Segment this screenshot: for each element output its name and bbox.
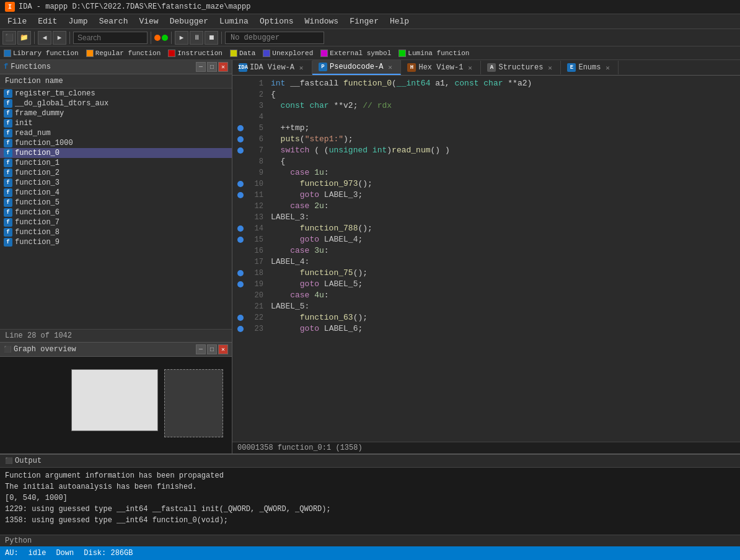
menu-item-jump[interactable]: Jump [63, 15, 92, 27]
line-number: 8 [246, 156, 263, 167]
breakpoint-dot[interactable] [237, 326, 244, 332]
func-item-function_7[interactable]: ffunction_7 [0, 217, 232, 227]
func-item-function_2[interactable]: ffunction_2 [0, 168, 232, 178]
breakpoint-dot[interactable] [237, 315, 244, 321]
func-item-__do_global_dtors_aux[interactable]: f__do_global_dtors_aux [0, 98, 232, 108]
status-idle: idle [29, 549, 46, 558]
function-list-header: Function name [0, 74, 232, 89]
breakpoint-dot[interactable] [237, 270, 244, 276]
code-line-3: 3 const char **v2; // rdx [232, 100, 740, 112]
breakpoint-dot[interactable] [237, 136, 244, 142]
line-number: 14 [246, 223, 263, 234]
menu-item-debugger[interactable]: Debugger [165, 15, 213, 27]
tab-close-pseudocode[interactable]: ✕ [385, 63, 394, 71]
no-breakpoint [237, 292, 244, 299]
graph-icon: ⬛ [4, 346, 11, 353]
tab-close-structures[interactable]: ✕ [545, 63, 554, 72]
func-label: function_2 [15, 168, 59, 177]
func-item-init[interactable]: finit [0, 118, 232, 128]
func-item-function_0[interactable]: ffunction_0 [0, 148, 232, 158]
app-icon: I [5, 2, 15, 12]
menu-bar: FileEditJumpSearchViewDebuggerLuminaOpti… [0, 14, 740, 29]
legend-instruction: Instruction [168, 50, 222, 57]
menu-item-edit[interactable]: Edit [33, 15, 62, 27]
panel-restore-btn[interactable]: □ [207, 62, 217, 72]
stop-btn[interactable]: ⏹ [205, 31, 218, 45]
debugger-selector[interactable]: No debugger [225, 32, 324, 44]
panel-header-buttons: ─ □ ✕ [196, 62, 228, 72]
func-label: function_7 [15, 218, 59, 227]
graph-close-btn[interactable]: ✕ [218, 344, 228, 354]
func-label: frame_dummy [15, 109, 64, 118]
menu-item-search[interactable]: Search [94, 15, 133, 27]
menu-item-options[interactable]: Options [255, 15, 299, 27]
func-label: __do_global_dtors_aux [15, 99, 108, 108]
legend-library-box [4, 50, 11, 57]
breakpoint-dot[interactable] [237, 225, 244, 232]
output-line: 1358: using guessed type __int64 functio… [5, 515, 735, 526]
graph-title: Graph overview [14, 345, 76, 354]
search-input[interactable] [73, 32, 148, 44]
breakpoint-dot[interactable] [237, 281, 244, 287]
func-item-function_5[interactable]: ffunction_5 [0, 198, 232, 208]
function-list[interactable]: fregister_tm_clonesf__do_global_dtors_au… [0, 89, 232, 329]
menu-item-file[interactable]: File [2, 15, 32, 27]
panel-close-btn[interactable]: ✕ [218, 62, 228, 72]
func-item-function_8[interactable]: ffunction_8 [0, 227, 232, 237]
tab-ida-view[interactable]: IDAIDA View-A✕ [232, 61, 312, 74]
graph-minimize-btn[interactable]: ─ [196, 344, 206, 354]
code-line-16: 16 case 3u: [232, 245, 740, 256]
tab-structures[interactable]: AStructures✕ [481, 61, 561, 74]
func-item-read_num[interactable]: fread_num [0, 128, 232, 138]
tab-close-enums[interactable]: ✕ [603, 63, 612, 72]
toolbar-fwd-btn[interactable]: ▶ [53, 31, 66, 45]
breakpoint-dot[interactable] [237, 237, 244, 243]
menu-item-lumina[interactable]: Lumina [214, 15, 253, 27]
tab-icon-pseudocode: P [319, 63, 327, 71]
tab-icon-ida-view: IDA [239, 63, 247, 72]
graph-restore-btn[interactable]: □ [207, 344, 217, 354]
code-content: case 3u: [271, 245, 329, 256]
line-number: 5 [246, 123, 263, 134]
func-item-function_1000[interactable]: ffunction_1000 [0, 138, 232, 148]
legend-lumina: Lumina function [399, 50, 469, 57]
tab-close-hex-view[interactable]: ✕ [465, 63, 474, 72]
graph-block-secondary [164, 369, 223, 437]
toolbar-new-btn[interactable]: ⬛ [2, 31, 16, 45]
breakpoint-dot[interactable] [237, 125, 244, 131]
code-line-4: 4 [232, 112, 740, 123]
breakpoint-dot[interactable] [237, 192, 244, 198]
code-content: switch ( (unsigned int)read_num() ) [271, 145, 450, 156]
func-item-function_4[interactable]: ffunction_4 [0, 188, 232, 198]
menu-item-windows[interactable]: Windows [300, 15, 344, 27]
tab-hex-view[interactable]: HHex View-1✕ [401, 61, 481, 74]
menu-item-view[interactable]: View [134, 15, 163, 27]
code-area[interactable]: 1int __fastcall function_0(__int64 a1, c… [232, 76, 740, 442]
line-number: 3 [246, 100, 263, 112]
func-item-register_tm_clones[interactable]: fregister_tm_clones [0, 89, 232, 98]
status-disk: Disk: 286GB [84, 549, 133, 558]
left-panel: f Functions ─ □ ✕ Function name fregiste… [0, 60, 232, 453]
toolbar-back-btn[interactable]: ◀ [38, 31, 51, 45]
breakpoint-dot[interactable] [237, 181, 244, 187]
tab-enums[interactable]: EEnums✕ [561, 61, 619, 74]
breakpoint-dot[interactable] [237, 147, 244, 154]
tab-close-ida-view[interactable]: ✕ [297, 63, 306, 72]
toolbar-open-btn[interactable]: 📁 [17, 31, 31, 45]
func-item-frame_dummy[interactable]: fframe_dummy [0, 108, 232, 118]
panel-minimize-btn[interactable]: ─ [196, 62, 206, 72]
func-item-function_3[interactable]: ffunction_3 [0, 178, 232, 188]
graph-canvas [0, 357, 232, 453]
func-item-function_1[interactable]: ffunction_1 [0, 158, 232, 168]
toolbar-sep-2 [69, 32, 70, 44]
run-btn[interactable]: ▶ [175, 31, 188, 45]
menu-item-finger[interactable]: Finger [345, 15, 384, 27]
func-item-function_9[interactable]: ffunction_9 [0, 237, 232, 247]
func-icon: f [4, 218, 12, 227]
code-content: ++tmp; [271, 123, 309, 134]
pause-btn[interactable]: ⏸ [190, 31, 203, 45]
menu-item-help[interactable]: Help [385, 15, 414, 27]
func-item-function_6[interactable]: ffunction_6 [0, 208, 232, 217]
tab-pseudocode[interactable]: PPseudocode-A✕ [312, 60, 401, 75]
no-breakpoint [237, 214, 244, 221]
